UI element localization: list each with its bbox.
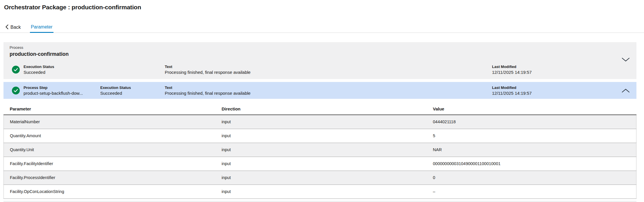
field-value: Succeeded [24,70,165,75]
cell-parameter: Quantity.Unit [4,143,222,157]
chevron-up-icon [621,90,630,94]
field-process-step: Process Step product-setup-backflush-dow… [24,85,100,96]
chevron-down-icon [621,58,630,63]
field-last-modified: Last Modified 12/11/2025 14:19:57 [492,85,619,96]
field-value: Succeeded [100,91,165,96]
cell-direction: input [222,115,433,129]
column-header-value: Value [433,103,636,115]
field-execution-status: Execution Status Succeeded [100,85,165,96]
process-status-row: Execution Status Succeeded Text Processi… [12,65,619,75]
field-label: Last Modified [492,85,619,90]
field-label: Text [165,85,492,90]
table-header-row: Parameter Direction Value [4,103,636,115]
field-value: 12/11/2025 14:19:57 [492,91,619,96]
column-header-direction: Direction [222,103,433,115]
cell-direction: input [222,129,433,143]
chevron-left-icon [5,24,8,31]
cell-value: 5 [433,129,636,143]
table-row: Facility.FacilityIdentifier input 000000… [4,157,636,171]
column-header-parameter: Parameter [4,103,222,115]
cell-parameter: Facility.OpConLocationString [4,185,222,199]
field-text: Text Processing finished, final response… [165,85,492,96]
field-label: Text [165,65,492,69]
cell-value: 00000000003104900001100010001 [433,157,636,171]
check-circle-icon [12,87,20,94]
process-expand-button[interactable] [621,57,630,62]
process-step-row[interactable]: Process Step product-setup-backflush-dow… [3,82,636,99]
field-label: Execution Status [100,85,165,90]
cell-direction: input [222,157,433,171]
page-title: Orchestrator Package : production-confir… [4,4,141,11]
field-execution-status: Execution Status Succeeded [24,65,165,75]
cell-direction: input [222,185,433,199]
process-name: production-confirmation [10,51,69,57]
cell-parameter: Facility.ProcessIdentifier [4,171,222,185]
back-button[interactable]: Back [5,24,21,31]
cell-parameter: Quantity.Amount [4,129,222,143]
field-value: product-setup-backflush-dow... [24,91,99,96]
table-row: Quantity.Amount input 5 [4,129,636,143]
field-value: 12/11/2025 14:19:57 [492,70,619,75]
cell-direction: input [222,171,433,185]
parameter-table: Parameter Direction Value MaterialNumber… [3,103,636,199]
table-row: MaterialNumber input 0444021118 [4,115,636,129]
cell-value: – [433,185,636,199]
cell-direction: input [222,143,433,157]
check-circle-icon [12,66,20,74]
field-text: Text Processing finished, final response… [165,65,492,75]
field-value: Processing finished, final response avai… [165,70,492,75]
cell-value: NAR [433,143,636,157]
table-row: Facility.ProcessIdentifier input 0 [4,171,636,185]
back-label: Back [10,25,21,30]
field-label: Execution Status [24,65,165,69]
process-group-label: Process [10,45,69,50]
table-row: Quantity.Unit input NAR [4,143,636,157]
tab-bar: Back Parameter [0,22,644,33]
process-panel: Process production-confirmation Executio… [3,42,636,79]
next-row-sliver [3,201,636,202]
cell-parameter: Facility.FacilityIdentifier [4,157,222,171]
cell-parameter: MaterialNumber [4,115,222,129]
table-row: Facility.OpConLocationString input – [4,185,636,199]
step-collapse-button[interactable] [621,88,630,93]
cell-value: 0 [433,171,636,185]
cell-value: 0444021118 [433,115,636,129]
field-last-modified: Last Modified 12/11/2025 14:19:57 [492,65,619,75]
tab-parameter-label: Parameter [31,24,53,30]
process-header: Process production-confirmation [10,45,69,57]
field-label: Last Modified [492,65,619,69]
field-value: Processing finished, final response avai… [165,91,492,96]
tab-parameter[interactable]: Parameter [30,22,53,33]
field-label: Process Step [24,85,100,90]
